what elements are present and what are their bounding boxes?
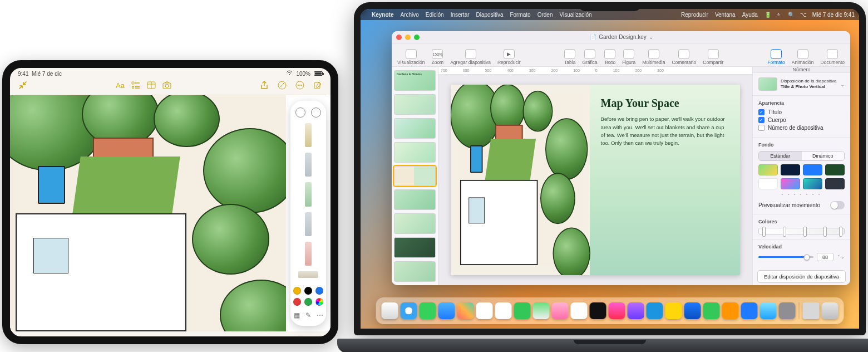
- slide[interactable]: Map Your Space Before we bring pen to pa…: [451, 85, 740, 275]
- preview-motion-toggle[interactable]: [830, 201, 845, 209]
- bg-swatch[interactable]: [781, 164, 800, 175]
- dock-app[interactable]: [438, 302, 455, 319]
- close-button[interactable]: [396, 35, 402, 40]
- slide-thumb[interactable]: Gardens & Blooms: [394, 70, 436, 91]
- redo-button[interactable]: [311, 107, 321, 118]
- table-icon[interactable]: [146, 80, 156, 90]
- insert-table-button[interactable]: Tabla: [563, 49, 576, 65]
- menu-item[interactable]: Insertar: [451, 12, 470, 18]
- dock-app[interactable]: [476, 302, 493, 319]
- dock-app[interactable]: [779, 302, 796, 319]
- dock-app[interactable]: [703, 302, 720, 319]
- dock-app[interactable]: [628, 302, 644, 319]
- view-menu-button[interactable]: Visualización: [396, 49, 426, 65]
- stepper-icon[interactable]: ⌃⌄: [837, 255, 845, 260]
- layers-icon[interactable]: ▦: [294, 311, 300, 319]
- insert-chart-button[interactable]: Gráfica: [581, 49, 598, 65]
- sys-clock[interactable]: Mié 7 de dic 9:41: [812, 12, 855, 18]
- fullscreen-button[interactable]: [414, 35, 420, 40]
- marker-tool[interactable]: [305, 182, 312, 206]
- insert-shape-button[interactable]: Figura: [621, 49, 637, 65]
- sys-control-center-icon[interactable]: ⌥: [800, 12, 807, 18]
- background-mode-segment[interactable]: Estándar Dinámico: [758, 151, 845, 161]
- dock-app[interactable]: [684, 302, 701, 319]
- dock-app[interactable]: [647, 302, 663, 319]
- color-swatch[interactable]: [293, 287, 301, 295]
- slide-number-checkbox-row[interactable]: Número de diapositiva: [758, 125, 845, 131]
- dock-app[interactable]: [571, 302, 588, 319]
- dock-app[interactable]: [457, 302, 474, 319]
- slide-thumb[interactable]: [394, 118, 436, 139]
- speed-value-field[interactable]: 88: [817, 253, 834, 261]
- body-checkbox-row[interactable]: ✓Cuerpo: [758, 117, 845, 123]
- dock-app[interactable]: [590, 302, 606, 319]
- slide-canvas[interactable]: Map Your Space Before we bring pen to pa…: [438, 75, 752, 285]
- dock-app[interactable]: [552, 302, 569, 319]
- menu-item[interactable]: Ayuda: [742, 12, 758, 18]
- menu-item[interactable]: Ventana: [715, 12, 736, 18]
- slide-thumb[interactable]: [394, 237, 436, 258]
- dock-app[interactable]: [382, 302, 398, 319]
- markup-icon[interactable]: [277, 80, 287, 90]
- pencil-tool[interactable]: [305, 123, 312, 147]
- dock-app[interactable]: [495, 302, 512, 319]
- menu-item[interactable]: Edición: [426, 12, 444, 18]
- pen-tool[interactable]: [305, 153, 312, 177]
- slide-body-text[interactable]: Before we bring pen to paper, we'll walk…: [601, 115, 729, 147]
- slide-layout-picker[interactable]: Disposición de la diapositiva Title & Ph…: [758, 77, 845, 91]
- panel-more-icon[interactable]: ⋯: [317, 311, 323, 319]
- checklist-icon[interactable]: [131, 80, 141, 90]
- document-title[interactable]: Garden Design.key: [599, 34, 647, 40]
- sys-wifi-icon[interactable]: ᯤ: [777, 12, 782, 18]
- share-button[interactable]: Compartir: [702, 49, 724, 65]
- sys-search-icon[interactable]: 🔍: [788, 12, 795, 18]
- bg-swatch[interactable]: [758, 178, 778, 189]
- dock-app[interactable]: [722, 302, 739, 319]
- slide-thumb[interactable]: [394, 142, 436, 163]
- slide-image[interactable]: [451, 85, 590, 275]
- minimize-button[interactable]: [405, 35, 411, 40]
- slide-thumb[interactable]: [394, 213, 436, 234]
- app-name-menu[interactable]: Keynote: [372, 12, 393, 18]
- slide-thumb-selected[interactable]: [394, 166, 436, 187]
- animate-tab[interactable]: Animación: [791, 49, 815, 65]
- swatch-page-dots[interactable]: • • • • • • •: [758, 192, 845, 197]
- dock-trash[interactable]: [822, 302, 839, 319]
- menu-item[interactable]: Archivo: [400, 12, 418, 18]
- color-swatch[interactable]: [293, 298, 301, 306]
- undo-button[interactable]: [295, 107, 305, 118]
- menu-item[interactable]: Diapositiva: [476, 12, 504, 18]
- add-slide-button[interactable]: Agregar diapositiva: [449, 49, 492, 65]
- bg-swatch[interactable]: [781, 178, 800, 189]
- dock-app[interactable]: [514, 302, 531, 319]
- font-style-button[interactable]: Aa: [115, 80, 125, 90]
- comment-button[interactable]: Comentario: [670, 49, 697, 65]
- dock-app[interactable]: [665, 302, 682, 319]
- crayon-tool[interactable]: [305, 212, 312, 236]
- garden-sketch[interactable]: [10, 95, 286, 331]
- ruler-tool[interactable]: [298, 271, 318, 278]
- edit-layout-button[interactable]: Editar disposición de diapositiva: [757, 270, 846, 283]
- bg-swatch[interactable]: [825, 164, 845, 175]
- sys-battery-icon[interactable]: 🔋: [765, 12, 771, 18]
- text-tool-icon[interactable]: ✎: [305, 311, 311, 319]
- camera-icon[interactable]: [162, 80, 172, 90]
- slide-navigator[interactable]: Gardens & Blooms: [392, 67, 438, 285]
- collapse-icon[interactable]: [18, 80, 28, 90]
- dock-app[interactable]: [533, 302, 550, 319]
- bg-swatch[interactable]: [803, 178, 822, 189]
- insert-media-button[interactable]: Multimedia: [641, 49, 666, 65]
- menu-item[interactable]: Orden: [537, 12, 553, 18]
- share-icon[interactable]: [259, 80, 269, 90]
- zoom-menu-button[interactable]: 150%Zoom: [430, 49, 445, 65]
- bg-swatch[interactable]: [803, 164, 822, 175]
- dock-app[interactable]: [741, 302, 758, 319]
- gradient-editor[interactable]: [758, 228, 845, 234]
- dock-app[interactable]: [420, 302, 436, 319]
- slide-heading[interactable]: Map Your Space: [601, 97, 729, 110]
- color-swatch[interactable]: [315, 287, 323, 295]
- speed-slider[interactable]: [758, 256, 813, 258]
- insert-text-button[interactable]: Texto: [603, 49, 617, 65]
- dock-app[interactable]: [760, 302, 777, 319]
- title-chevron-icon[interactable]: ⌄: [649, 34, 653, 40]
